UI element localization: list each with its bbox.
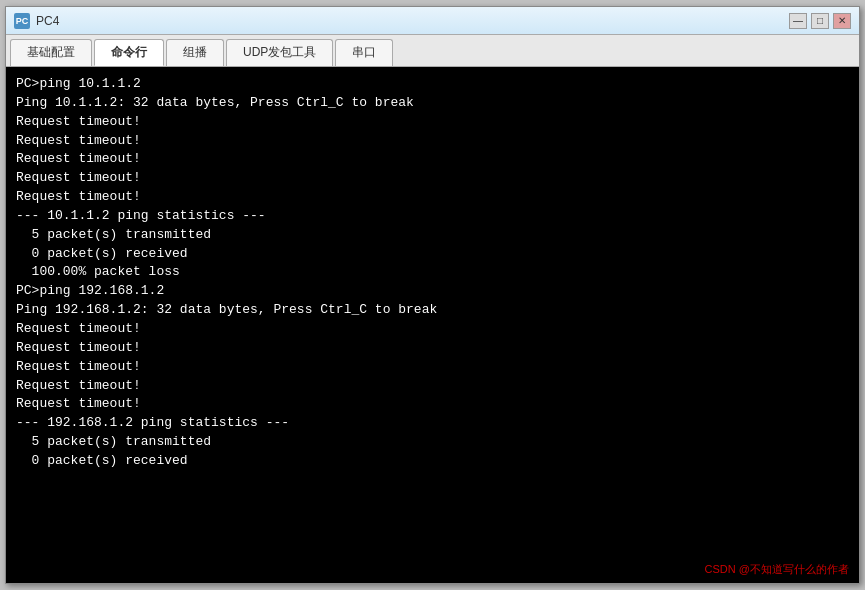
tab-bar: 基础配置 命令行 组播 UDP发包工具 串口 (6, 35, 859, 67)
titlebar-left: PC PC4 (14, 13, 59, 29)
maximize-button[interactable]: □ (811, 13, 829, 29)
main-window: PC PC4 — □ ✕ 基础配置 命令行 组播 UDP发包工具 串口 PC>p… (5, 6, 860, 584)
terminal-line: Request timeout! (16, 395, 849, 414)
terminal-line: 100.00% packet loss (16, 263, 849, 282)
terminal-line: Ping 192.168.1.2: 32 data bytes, Press C… (16, 301, 849, 320)
terminal-line: Ping 10.1.1.2: 32 data bytes, Press Ctrl… (16, 94, 849, 113)
tab-basic-config[interactable]: 基础配置 (10, 39, 92, 66)
terminal-line: Request timeout! (16, 377, 849, 396)
terminal-line: Request timeout! (16, 188, 849, 207)
terminal-line: Request timeout! (16, 169, 849, 188)
terminal-line: Request timeout! (16, 339, 849, 358)
terminal-output[interactable]: PC>ping 10.1.1.2Ping 10.1.1.2: 32 data b… (6, 67, 859, 583)
terminal-line: 0 packet(s) received (16, 452, 849, 471)
close-button[interactable]: ✕ (833, 13, 851, 29)
titlebar: PC PC4 — □ ✕ (6, 7, 859, 35)
tab-udp-tool[interactable]: UDP发包工具 (226, 39, 333, 66)
terminal-line: PC>ping 10.1.1.2 (16, 75, 849, 94)
terminal-line: Request timeout! (16, 132, 849, 151)
window-title: PC4 (36, 14, 59, 28)
tab-multicast[interactable]: 组播 (166, 39, 224, 66)
app-icon: PC (14, 13, 30, 29)
terminal-line: Request timeout! (16, 150, 849, 169)
tab-serial[interactable]: 串口 (335, 39, 393, 66)
terminal-line: Request timeout! (16, 358, 849, 377)
minimize-button[interactable]: — (789, 13, 807, 29)
terminal-container: PC>ping 10.1.1.2Ping 10.1.1.2: 32 data b… (6, 67, 859, 583)
terminal-line: Request timeout! (16, 320, 849, 339)
terminal-line: Request timeout! (16, 113, 849, 132)
terminal-line: 5 packet(s) transmitted (16, 433, 849, 452)
terminal-line: PC>ping 192.168.1.2 (16, 282, 849, 301)
terminal-line: 5 packet(s) transmitted (16, 226, 849, 245)
terminal-line: --- 192.168.1.2 ping statistics --- (16, 414, 849, 433)
tab-command-line[interactable]: 命令行 (94, 39, 164, 66)
terminal-line: 0 packet(s) received (16, 245, 849, 264)
window-controls: — □ ✕ (789, 13, 851, 29)
terminal-line: --- 10.1.1.2 ping statistics --- (16, 207, 849, 226)
